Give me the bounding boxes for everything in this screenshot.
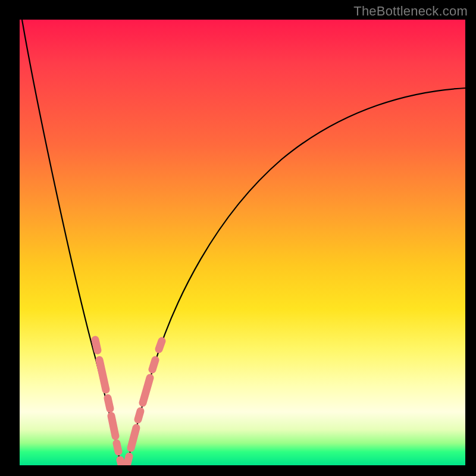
highlight-dashes-right <box>127 341 162 464</box>
svg-line-3 <box>111 416 115 436</box>
watermark-text: TheBottleneck.com <box>353 4 468 19</box>
svg-line-4 <box>117 443 118 452</box>
svg-line-1 <box>99 360 106 390</box>
svg-line-12 <box>159 341 162 349</box>
chart-frame: TheBottleneck.com <box>0 0 476 476</box>
bottleneck-curve <box>20 20 465 465</box>
svg-line-9 <box>138 411 140 419</box>
svg-line-10 <box>143 378 150 403</box>
curve-right-arm <box>127 88 465 465</box>
svg-line-0 <box>95 340 98 350</box>
plot-area <box>20 20 465 465</box>
svg-line-8 <box>131 428 136 448</box>
highlight-dashes-left <box>95 340 121 465</box>
svg-line-2 <box>108 398 110 409</box>
svg-line-7 <box>127 456 129 464</box>
svg-line-11 <box>152 360 155 369</box>
